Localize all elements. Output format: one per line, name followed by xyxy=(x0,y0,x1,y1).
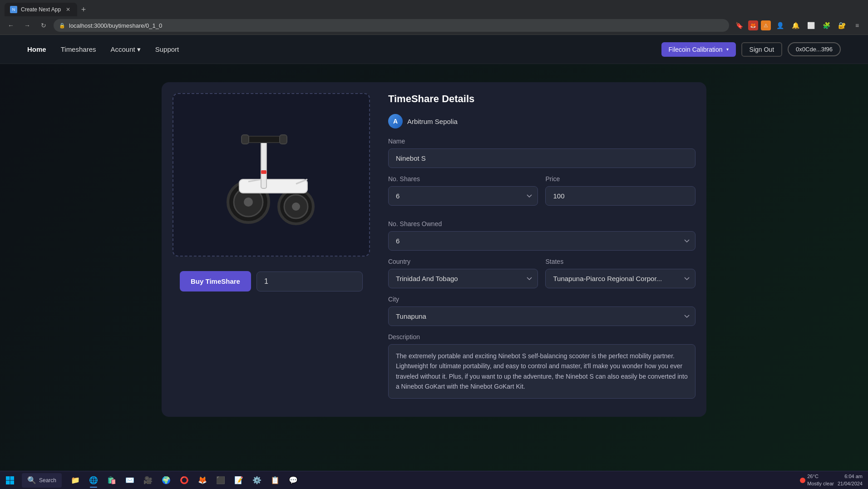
taskbar-clock: 6:04 am 21/04/2024 xyxy=(838,473,863,487)
buy-timeshare-button[interactable]: Buy TimeShare xyxy=(180,271,251,291)
menu-icon[interactable]: ≡ xyxy=(851,19,863,32)
quantity-input[interactable] xyxy=(256,272,363,291)
svg-rect-7 xyxy=(261,138,266,188)
taskbar-apps: 📁 🌐 🛍️ ✉️ 🎥 🌍 ⭕ 🦊 ⬛ 📝 ⚙️ 📋 💬 xyxy=(67,472,301,489)
extensions-icon[interactable]: 🧩 xyxy=(820,19,833,32)
taskbar-app-terminal[interactable]: ⬛ xyxy=(212,472,229,489)
product-image-container xyxy=(173,93,370,257)
svg-rect-11 xyxy=(261,170,266,174)
description-label: Description xyxy=(388,333,695,341)
taskbar-app-settings[interactable]: ⚙️ xyxy=(249,472,265,489)
taskbar-app-vpn[interactable]: 🦊 xyxy=(194,472,211,489)
country-states-row: Country Trinidad And Tobago States Tunap… xyxy=(388,258,695,296)
taskbar-app-mail[interactable]: ✉️ xyxy=(122,472,138,489)
price-field-group: Price 100 xyxy=(545,175,695,213)
svg-rect-15 xyxy=(10,480,15,484)
nav-support[interactable]: Support xyxy=(155,45,179,53)
svg-rect-9 xyxy=(242,135,249,144)
product-card: Buy TimeShare TimeShare Details A Arbitr… xyxy=(162,82,706,417)
taskbar: 🔍 Search 📁 🌐 🛍️ ✉️ 🎥 🌍 ⭕ 🦊 ⬛ 📝 ⚙️ 📋 💬 26… xyxy=(0,471,868,489)
description-text: The extremely portable and exciting Nine… xyxy=(388,344,695,399)
shares-select[interactable]: 6 xyxy=(388,186,538,206)
network-button[interactable]: Filecoin Calibration ▾ xyxy=(661,42,736,57)
states-select[interactable]: Tunapuna-Piarco Regional Corpor... xyxy=(545,269,695,288)
nav-account[interactable]: Account ▾ xyxy=(111,45,141,54)
svg-rect-12 xyxy=(6,476,10,480)
active-tab[interactable]: N Create Next App ✕ xyxy=(5,3,77,16)
forward-button[interactable]: → xyxy=(21,19,34,32)
chevron-down-icon: ▾ xyxy=(137,45,141,54)
taskbar-app-store[interactable]: 🛍️ xyxy=(104,472,120,489)
details-title: TimeShare Details xyxy=(388,93,695,105)
browser-toolbar: ← → ↻ 🔒 🔖 🦊 ⚠ 👤 🔔 ⬜ 🧩 🔐 ≡ xyxy=(0,16,868,35)
windows-logo-icon xyxy=(5,476,15,485)
profile-icon[interactable]: 👤 xyxy=(774,19,786,32)
name-field-group: Name Ninebot S xyxy=(388,138,695,168)
svg-rect-13 xyxy=(10,476,15,480)
wallet-address-button[interactable]: 0x0Cde...3f96 xyxy=(788,42,841,56)
tab-close-button[interactable]: ✕ xyxy=(64,6,72,13)
notifications-icon[interactable]: 🔔 xyxy=(789,19,802,32)
taskbar-app-edge[interactable]: 🌍 xyxy=(158,472,174,489)
shares-owned-label: No. Shares Owned xyxy=(388,220,695,227)
taskbar-app-clipboard[interactable]: 📋 xyxy=(267,472,283,489)
shares-owned-select[interactable]: 6 xyxy=(388,231,695,251)
name-value: Ninebot S xyxy=(388,148,695,168)
vpn-icon[interactable]: 🔐 xyxy=(835,19,848,32)
start-button[interactable] xyxy=(0,471,20,489)
country-field-group: Country Trinidad And Tobago xyxy=(388,258,538,288)
nav-right: Filecoin Calibration ▾ Sign Out 0x0Cde..… xyxy=(661,42,841,57)
extension-icon-2[interactable]: ⚠ xyxy=(761,20,771,30)
shares-price-row: No. Shares 6 Price 100 xyxy=(388,175,695,220)
shares-owned-field-group: No. Shares Owned 6 xyxy=(388,220,695,251)
weather-info: 26°C Mostly clear xyxy=(807,473,834,487)
taskbar-app-zoom[interactable]: 🎥 xyxy=(140,472,156,489)
nav-account-label: Account xyxy=(111,45,135,53)
taskbar-search[interactable]: 🔍 Search xyxy=(22,473,62,488)
country-select[interactable]: Trinidad And Tobago xyxy=(388,269,538,288)
nav-home[interactable]: Home xyxy=(27,45,46,53)
sidebar-icon[interactable]: ⬜ xyxy=(804,19,817,32)
taskbar-app-vscode[interactable]: 📝 xyxy=(231,472,247,489)
svg-rect-14 xyxy=(6,480,10,484)
network-label: Filecoin Calibration xyxy=(669,46,723,53)
browser-tabs: N Create Next App ✕ + xyxy=(0,0,868,16)
tab-title: Create Next App xyxy=(21,6,61,13)
extension-icon-1[interactable]: 🦊 xyxy=(748,20,758,30)
weather-desc: Mostly clear xyxy=(807,480,834,487)
clock-time: 6:04 am xyxy=(838,473,863,480)
signout-button[interactable]: Sign Out xyxy=(741,42,782,57)
new-tab-button[interactable]: + xyxy=(77,3,90,16)
product-details: TimeShare Details A Arbitrum Sepolia Nam… xyxy=(388,93,695,406)
description-field-group: Description The extremely portable and e… xyxy=(388,333,695,399)
buy-section: Buy TimeShare xyxy=(173,264,370,299)
address-bar[interactable]: 🔒 xyxy=(54,19,729,32)
product-left: Buy TimeShare xyxy=(173,93,370,406)
product-image xyxy=(207,111,335,238)
back-button[interactable]: ← xyxy=(5,19,17,32)
city-label: City xyxy=(388,296,695,303)
taskbar-app-browser[interactable]: 🌐 xyxy=(85,472,102,489)
taskbar-app-skype[interactable]: 💬 xyxy=(285,472,301,489)
clock-date: 21/04/2024 xyxy=(838,480,863,487)
network-chevron-icon: ▾ xyxy=(726,47,729,52)
svg-rect-10 xyxy=(280,135,287,144)
bookmark-icon[interactable]: 🔖 xyxy=(733,19,745,32)
browser-chrome: N Create Next App ✕ + ← → ↻ 🔒 🔖 🦊 ⚠ 👤 🔔 … xyxy=(0,0,868,35)
svg-point-2 xyxy=(244,198,253,207)
taskbar-app-files[interactable]: 📁 xyxy=(67,472,84,489)
nav-timeshares[interactable]: Timeshares xyxy=(61,45,96,53)
states-label: States xyxy=(545,258,695,265)
nav-links: Home Timeshares Account ▾ Support xyxy=(27,45,179,54)
network-name: Arbitrum Sepolia xyxy=(407,118,458,125)
taskbar-right: 26°C Mostly clear 6:04 am 21/04/2024 xyxy=(800,473,868,487)
shares-label: No. Shares xyxy=(388,175,538,183)
refresh-button[interactable]: ↻ xyxy=(37,19,50,32)
city-select[interactable]: Tunapuna xyxy=(388,306,695,326)
lock-icon: 🔒 xyxy=(59,23,65,29)
search-icon: 🔍 xyxy=(27,476,36,484)
taskbar-app-chrome[interactable]: ⭕ xyxy=(176,472,192,489)
price-value: 100 xyxy=(545,186,695,206)
url-input[interactable] xyxy=(69,22,724,29)
weather-icon xyxy=(800,478,805,483)
